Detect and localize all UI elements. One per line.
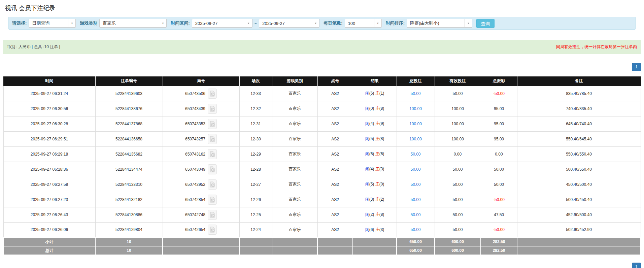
cell-result: 闲(0) 庄(8) — [353, 101, 397, 116]
video-replay-button[interactable] — [208, 89, 217, 99]
cell-bet-no: 522844133310 — [95, 177, 163, 192]
total-bet-link[interactable]: 50.00 — [410, 152, 420, 157]
chevron-down-icon[interactable]: ▼ — [312, 19, 319, 27]
page-size-select[interactable]: 100 ▼ — [345, 19, 382, 28]
query-type-select[interactable]: 日期查询 ▼ — [29, 19, 76, 28]
cell-bet-no: 522844138676 — [95, 101, 163, 116]
game-type-label: 游戏类别 — [80, 20, 97, 26]
total-bet-link[interactable]: 50.00 — [410, 167, 420, 172]
sort-order-select[interactable]: 降幂(由大到小) ▼ — [407, 19, 472, 28]
video-replay-button[interactable] — [208, 164, 217, 174]
cell-round-no: 650742952 — [163, 177, 239, 192]
page-size-label: 每页笔数: — [324, 20, 342, 26]
cell-result: 闲(2) 庄(8) — [353, 207, 397, 222]
chevron-down-icon[interactable]: ▼ — [68, 19, 75, 27]
total-count: 10 — [95, 246, 163, 255]
round-no-value: 650743353 — [185, 122, 205, 126]
round-no-value: 650743439 — [185, 106, 205, 111]
result-player-score: (4) — [369, 167, 374, 171]
cell-table-no: AS2 — [317, 177, 353, 192]
chevron-down-icon[interactable]: ▼ — [465, 19, 472, 27]
date-from-select[interactable]: 2025-09-27 ▼ — [192, 19, 252, 28]
cell-result: 闲(5) 庄(0) — [353, 177, 397, 192]
cell-valid-bet: 100.00 — [435, 131, 481, 146]
result-banker-score: (3) — [379, 227, 384, 232]
header-bet-no: 注单编号 — [95, 76, 163, 86]
cell-payout: -50.00 — [481, 222, 517, 237]
date-to-value: 2025-09-27 — [259, 19, 312, 27]
cell-valid-bet: 0.00 — [435, 146, 481, 162]
video-replay-button[interactable] — [208, 104, 217, 114]
game-type-select[interactable]: 百家乐 ▼ — [99, 19, 167, 28]
result-player-score: (0) — [369, 106, 374, 111]
result-player-label: 闲 — [365, 152, 369, 156]
cell-valid-bet: 100.00 — [435, 116, 481, 131]
chevron-down-icon[interactable]: ▼ — [374, 19, 381, 27]
cell-table-no: AS2 — [317, 207, 353, 222]
total-bet-link[interactable]: 50.00 — [410, 182, 420, 187]
video-replay-button[interactable] — [208, 179, 217, 190]
header-round-no: 局号 — [163, 76, 239, 86]
header-valid-bet: 有效投注 — [435, 76, 481, 86]
total-bet-link[interactable]: 50.00 — [410, 197, 420, 202]
result-player-score: (3) — [369, 197, 374, 202]
video-replay-button[interactable] — [208, 149, 217, 159]
total-bet-link[interactable]: 50.00 — [410, 227, 420, 232]
total-label: 总计 — [3, 246, 95, 255]
video-replay-button[interactable] — [208, 134, 217, 144]
date-to-select[interactable]: 2025-09-27 ▼ — [259, 19, 319, 28]
cell-note: 835.40/785.40 — [517, 86, 641, 101]
video-replay-button[interactable] — [208, 225, 217, 235]
video-replay-button[interactable] — [208, 210, 217, 220]
cell-payout: 95.00 — [481, 116, 517, 131]
cell-game-type: 百家乐 — [272, 146, 317, 162]
cell-result: 闲(6) 庄(1) — [353, 86, 397, 101]
chevron-down-icon[interactable]: ▼ — [159, 19, 166, 27]
cell-result: 闲(3) 庄(2) — [353, 192, 397, 207]
video-replay-button[interactable] — [208, 119, 217, 129]
total-bet-link[interactable]: 50.00 — [410, 212, 420, 217]
page-button[interactable]: 1 — [632, 63, 641, 71]
filter-bar: 请选择: 日期查询 ▼ 游戏类别 百家乐 ▼ 时间区间: 2025-09-27 … — [8, 17, 636, 30]
cell-game-type: 百家乐 — [272, 222, 317, 237]
header-game-type: 游戏类别 — [272, 76, 317, 86]
result-player-label: 闲 — [365, 136, 369, 141]
cell-note: 550.40/645.40 — [517, 131, 641, 146]
cell-game-type: 百家乐 — [272, 192, 317, 207]
result-banker-score: (6) — [379, 152, 384, 156]
cell-bet-no: 522844136658 — [95, 131, 163, 146]
cell-total-bet: 50.00 — [397, 146, 435, 162]
result-banker-score: (8) — [379, 106, 384, 111]
media-file-icon — [210, 91, 215, 97]
result-banker-score: (9) — [379, 121, 384, 126]
cell-table-no: AS2 — [317, 101, 353, 116]
cell-round-no: 650743162 — [163, 146, 239, 162]
search-button[interactable]: 查询 — [476, 19, 495, 28]
page-button[interactable]: 1 — [632, 263, 641, 268]
cell-time: 2025-09-27 06:27:58 — [3, 177, 95, 192]
chevron-down-icon[interactable]: ▼ — [245, 19, 252, 27]
cell-result: 闲(4) 庄(9) — [353, 116, 397, 131]
cell-total-bet: 100.00 — [397, 116, 435, 131]
total-total-bet: 650.00 — [397, 246, 435, 255]
table-row: 2025-09-27 06:27:23 522844132182 6507428… — [3, 192, 641, 207]
cell-total-bet: 100.00 — [397, 131, 435, 146]
video-replay-button[interactable] — [208, 195, 217, 205]
cell-game-type: 百家乐 — [272, 116, 317, 131]
cell-session: 12-32 — [239, 101, 272, 116]
header-total-bet: 总投注 — [397, 76, 435, 86]
media-file-icon — [210, 227, 215, 233]
cell-table-no: AS2 — [317, 116, 353, 131]
result-player-label: 闲 — [365, 167, 369, 171]
cell-time: 2025-09-27 06:29:51 — [3, 131, 95, 146]
header-payout: 总派彩 — [481, 76, 517, 86]
total-bet-link[interactable]: 100.00 — [409, 122, 422, 126]
total-bet-link[interactable]: 100.00 — [409, 137, 422, 141]
result-player-score: (6) — [369, 91, 374, 96]
cell-result: 闲(6) 庄(3) — [353, 222, 397, 237]
total-bet-link[interactable]: 100.00 — [409, 106, 422, 111]
table-row: 2025-09-27 06:27:58 522844133310 6507429… — [3, 177, 641, 192]
total-bet-link[interactable]: 50.00 — [410, 91, 420, 96]
table-row: 2025-09-27 06:31:24 522844139603 6507435… — [3, 86, 641, 101]
cell-valid-bet: 50.00 — [435, 177, 481, 192]
